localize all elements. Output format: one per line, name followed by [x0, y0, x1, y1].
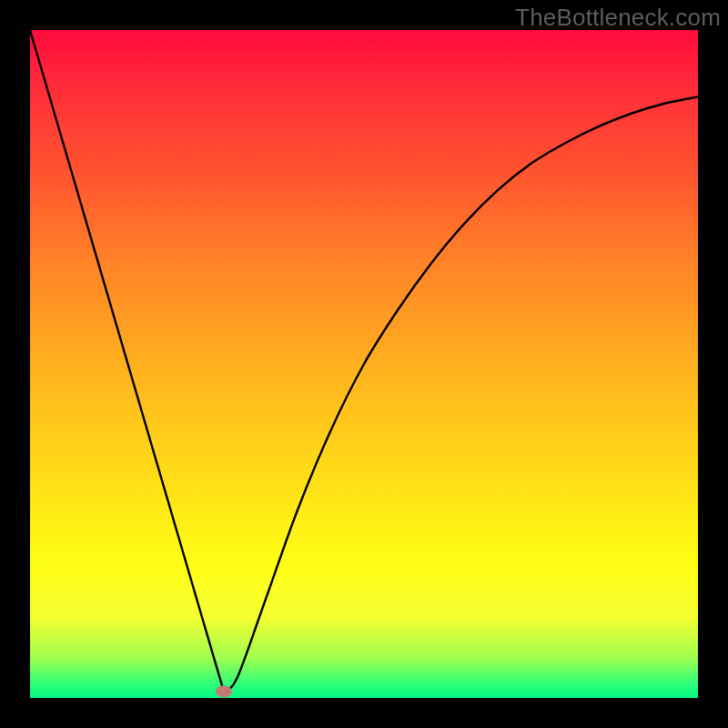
optimum-marker — [216, 685, 232, 697]
bottleneck-curve — [30, 30, 698, 692]
curve-layer — [30, 30, 698, 698]
plot-area — [30, 30, 698, 698]
chart-frame: TheBottleneck.com — [0, 0, 728, 728]
watermark-text: TheBottleneck.com — [515, 4, 721, 32]
